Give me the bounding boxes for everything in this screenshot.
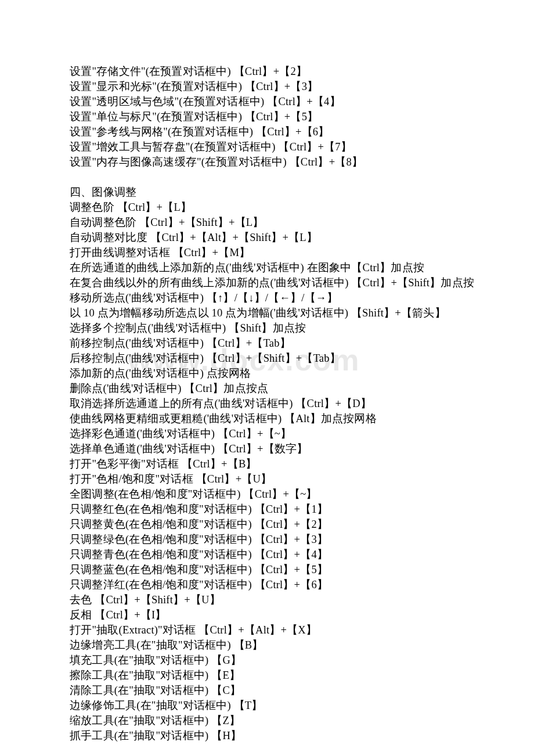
text-line: 反相 【Ctrl】+【I】 <box>70 607 464 622</box>
text-line: 添加新的点('曲线'对话框中) 点按网格 <box>70 366 464 381</box>
text-line: 选择多个控制点('曲线'对话框中) 【Shift】加点按 <box>70 321 464 336</box>
text-line: 只调整洋红(在色相/饱和度"对话框中) 【Ctrl】+【6】 <box>70 577 464 592</box>
text-line: 调整色阶 【Ctrl】+【L】 <box>70 200 464 215</box>
text-line: 在复合曲线以外的所有曲线上添加新的点('曲线'对话框中) 【Ctrl】+【Shi… <box>70 275 464 290</box>
text-line: 自动调整色阶 【Ctrl】+【Shift】+【L】 <box>70 215 464 230</box>
text-line: 全图调整(在色相/饱和度"对话框中) 【Ctrl】+【~】 <box>70 487 464 502</box>
text-line: 只调整红色(在色相/饱和度"对话框中) 【Ctrl】+【1】 <box>70 502 464 517</box>
text-line: 填充工具(在"抽取"对话框中) 【G】 <box>70 653 464 668</box>
text-line: 边缘增亮工具(在"抽取"对话框中) 【B】 <box>70 638 464 653</box>
text-line: 移动所选点('曲线'对话框中) 【↑】/【↓】/【←】/【→】 <box>70 290 464 305</box>
text-line: 抓手工具(在"抽取"对话框中) 【H】 <box>70 728 464 743</box>
text-line: 使曲线网格更精细或更粗糙('曲线'对话框中) 【Alt】加点按网格 <box>70 411 464 426</box>
text-line: 只调整青色(在色相/饱和度"对话框中) 【Ctrl】+【4】 <box>70 547 464 562</box>
text-line: 选择单色通道('曲线'对话框中) 【Ctrl】+【数字】 <box>70 441 464 456</box>
text-line: 前移控制点('曲线'对话框中) 【Ctrl】+【Tab】 <box>70 336 464 351</box>
text-line: 只调整黄色(在色相/饱和度"对话框中) 【Ctrl】+【2】 <box>70 517 464 532</box>
text-line: 自动调整对比度 【Ctrl】+【Alt】+【Shift】+【L】 <box>70 230 464 245</box>
document-content: 设置"存储文件"(在预置对话框中) 【Ctrl】+【2】设置"显示和光标"(在预… <box>70 64 464 743</box>
text-line: 只调整绿色(在色相/饱和度"对话框中) 【Ctrl】+【3】 <box>70 532 464 547</box>
text-line: 设置"存储文件"(在预置对话框中) 【Ctrl】+【2】 <box>70 64 464 79</box>
text-line: 只调整蓝色(在色相/饱和度"对话框中) 【Ctrl】+【5】 <box>70 562 464 577</box>
text-line: 取消选择所选通道上的所有点('曲线'对话框中) 【Ctrl】+【D】 <box>70 396 464 411</box>
text-line: 打开曲线调整对话框 【Ctrl】+【M】 <box>70 245 464 260</box>
text-line: 选择彩色通道('曲线'对话框中) 【Ctrl】+【~】 <box>70 426 464 441</box>
text-line: 设置"单位与标尺"(在预置对话框中) 【Ctrl】+【5】 <box>70 109 464 124</box>
text-line: 打开"抽取(Extract)"对话框 【Ctrl】+【Alt】+【X】 <box>70 622 464 638</box>
text-line: 打开"色彩平衡"对话框 【Ctrl】+【B】 <box>70 456 464 471</box>
text-line: 设置"参考线与网格"(在预置对话框中) 【Ctrl】+【6】 <box>70 124 464 139</box>
text-line: 边缘修饰工具(在"抽取"对话框中) 【T】 <box>70 698 464 713</box>
text-line: 缩放工具(在"抽取"对话框中) 【Z】 <box>70 713 464 728</box>
text-line: 打开"色相/饱和度"对话框 【Ctrl】+【U】 <box>70 471 464 487</box>
text-line: 清除工具(在"抽取"对话框中) 【C】 <box>70 683 464 698</box>
text-line: 设置"透明区域与色域"(在预置对话框中) 【Ctrl】+【4】 <box>70 94 464 109</box>
text-line: 以 10 点为增幅移动所选点以 10 点为增幅('曲线'对话框中) 【Shift… <box>70 305 464 321</box>
text-line: 后移控制点('曲线'对话框中) 【Ctrl】+【Shift】+【Tab】 <box>70 351 464 366</box>
text-line: 删除点('曲线'对话框中) 【Ctrl】加点按点 <box>70 381 464 396</box>
text-line: 去色 【Ctrl】+【Shift】+【U】 <box>70 592 464 607</box>
text-line: 四、图像调整 <box>70 185 464 200</box>
text-line: 设置"增效工具与暂存盘"(在预置对话框中) 【Ctrl】+【7】 <box>70 139 464 154</box>
text-line: 擦除工具(在"抽取"对话框中) 【E】 <box>70 668 464 683</box>
text-line: 设置"内存与图像高速缓存"(在预置对话框中) 【Ctrl】+【8】 <box>70 154 464 170</box>
text-line: 在所选通道的曲线上添加新的点('曲线'对话框中) 在图象中【Ctrl】加点按 <box>70 260 464 275</box>
text-line: 设置"显示和光标"(在预置对话框中) 【Ctrl】+【3】 <box>70 79 464 94</box>
document-page: www.docx.com 设置"存储文件"(在预置对话框中) 【Ctrl】+【2… <box>0 0 534 756</box>
blank-line <box>70 170 464 185</box>
